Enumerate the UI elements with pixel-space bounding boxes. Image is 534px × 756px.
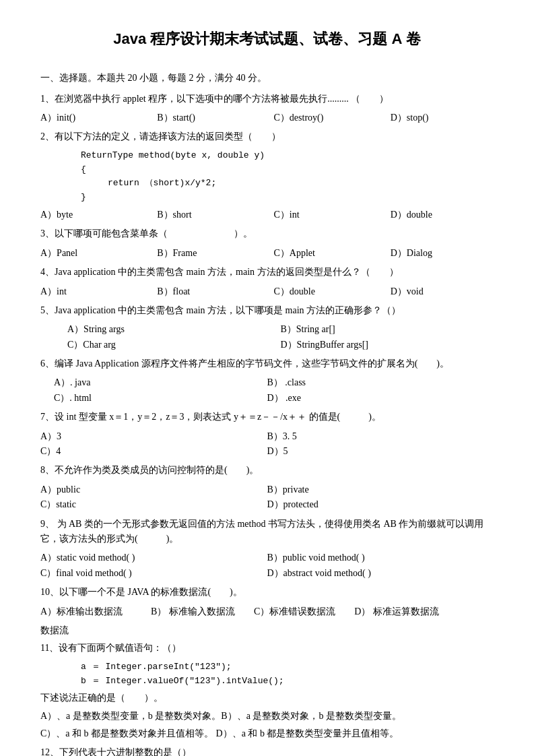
options-7: A）3 B）3. 5 C）4 D）5 xyxy=(40,429,494,460)
option-2c: C）int xyxy=(274,208,377,222)
option-10-cont: 数据流 xyxy=(40,623,494,638)
code-line-11-1: a ＝ Integer.parseInt("123"); xyxy=(81,660,494,674)
option-2b: B）short xyxy=(157,208,260,222)
question-9: 9、 为 AB 类的一个无形式参数无返回值的方法 method 书写方法头，使得… xyxy=(40,517,494,547)
code-line-4: } xyxy=(81,191,494,205)
question-4: 4、Java application 中的主类需包含 main 方法，main … xyxy=(40,265,494,280)
question-6: 6、编译 Java Application 源程序文件将产生相应的字节码文件，这… xyxy=(40,356,494,371)
option-5d: D）StringBuffer args[] xyxy=(281,338,494,352)
option-3d: D）Dialog xyxy=(391,246,494,261)
option-2a: A）byte xyxy=(40,208,143,222)
code-line-11-2: b ＝ Integer.valueOf("123").intValue(); xyxy=(81,674,494,689)
code-line-3: return （short)x/y*2; xyxy=(108,177,494,191)
option-2d: D）double xyxy=(391,208,494,222)
question-3: 3、以下哪项可能包含菜单条（ ）。 xyxy=(40,226,494,241)
code-line-2: { xyxy=(81,163,494,177)
question-5: 5、Java application 中的主类需包含 main 方法，以下哪项是… xyxy=(40,303,494,318)
question-12: 12、下列代表十六进制整数的是（） xyxy=(40,745,494,756)
option-4d: D）void xyxy=(391,284,494,299)
options-1: A）init() B）start() C）destroy() D）stop() xyxy=(40,111,494,125)
option-3c: C）Applet xyxy=(274,246,377,261)
option-6d: D） .exe xyxy=(267,391,494,406)
options-10: A）标准输出数据流 B） 标准输入数据流 C）标准错误数据流 D） 标准运算数据… xyxy=(40,604,494,619)
q11-note: 下述说法正确的是（ ）。 xyxy=(40,691,494,705)
option-3a: A）Panel xyxy=(40,246,143,261)
question-2: 2、有以下方法的定义，请选择该方法的返回类型（ ） xyxy=(40,129,494,144)
question-1: 1、在浏览器中执行 applet 程序，以下选项中的哪个方法将被最先执行....… xyxy=(40,92,494,106)
option-8d: D）protected xyxy=(267,497,494,512)
options-3: A）Panel B）Frame C）Applet D）Dialog xyxy=(40,246,494,261)
option-7c: C）4 xyxy=(40,444,267,459)
option-9a: A）static void method( ) xyxy=(40,550,267,565)
options-2: A）byte B）short C）int D）double xyxy=(40,208,494,222)
option-5b: B）String ar[] xyxy=(281,322,494,337)
option-1c: C）destroy() xyxy=(274,111,377,125)
option-9c: C）final void method( ) xyxy=(40,566,267,581)
option-7b: B）3. 5 xyxy=(267,429,494,444)
option-3b: B）Frame xyxy=(157,246,260,261)
options-11-cd: C）、a 和 b 都是整数类对象并且值相等。 D）、a 和 b 都是整数类型变量… xyxy=(40,726,494,741)
question-10: 10、以下哪一个不是 JAVA 的标准数据流( )。 xyxy=(40,585,494,600)
option-4c: C）double xyxy=(274,284,377,299)
question-11: 11、设有下面两个赋值语句：（） xyxy=(40,641,494,656)
option-8b: B）private xyxy=(267,482,494,497)
page-title: Java 程序设计期末考试试题、试卷、习题 A 卷 xyxy=(40,27,494,51)
code-block-2: ReturnType method(byte x, double y) { re… xyxy=(81,149,494,205)
options-6: A）. java B） .class C）. html D） .exe xyxy=(40,375,494,406)
option-6c: C）. html xyxy=(54,391,267,406)
option-8a: A）public xyxy=(40,482,267,497)
section1: 一、选择题。本题共 20 小题，每题 2 分，满分 40 分。 1、在浏览器中执… xyxy=(40,71,494,756)
option-1a: A）init() xyxy=(40,111,143,125)
options-4: A）int B）float C）double D）void xyxy=(40,284,494,299)
section1-header: 一、选择题。本题共 20 小题，每题 2 分，满分 40 分。 xyxy=(40,71,494,86)
options-9: A）static void method( ) B）public void me… xyxy=(40,550,494,581)
question-7: 7、设 int 型变量 x＝1，y＝2，z＝3，则表达式 y＋＝z－－/x＋＋ … xyxy=(40,410,494,424)
code-block-11: a ＝ Integer.parseInt("123"); b ＝ Integer… xyxy=(81,660,494,689)
options-11-ab: A）、a 是整数类型变量，b 是整数类对象。B）、a 是整数类对象，b 是整数类… xyxy=(40,709,494,724)
option-5c: C）Char arg xyxy=(67,338,281,352)
option-7a: A）3 xyxy=(40,429,267,444)
option-9b: B）public void method( ) xyxy=(267,550,494,565)
option-1d: D）stop() xyxy=(391,111,494,125)
code-line-1: ReturnType method(byte x, double y) xyxy=(81,149,494,163)
option-7d: D）5 xyxy=(267,444,494,459)
option-6b: B） .class xyxy=(267,375,494,390)
option-5a: A）String args xyxy=(67,322,281,337)
options-8: A）public B）private C）static D）protected xyxy=(40,482,494,513)
option-9d: D）abstract void method( ) xyxy=(267,566,494,581)
option-4a: A）int xyxy=(40,284,143,299)
options-5: A）String args B）String ar[] C）Char arg D… xyxy=(67,322,494,352)
option-1b: B）start() xyxy=(157,111,260,125)
option-6a: A）. java xyxy=(54,375,267,390)
option-8c: C）static xyxy=(40,497,267,512)
option-4b: B）float xyxy=(157,284,260,299)
question-8: 8、不允许作为类及类成员的访问控制符的是( )。 xyxy=(40,463,494,478)
